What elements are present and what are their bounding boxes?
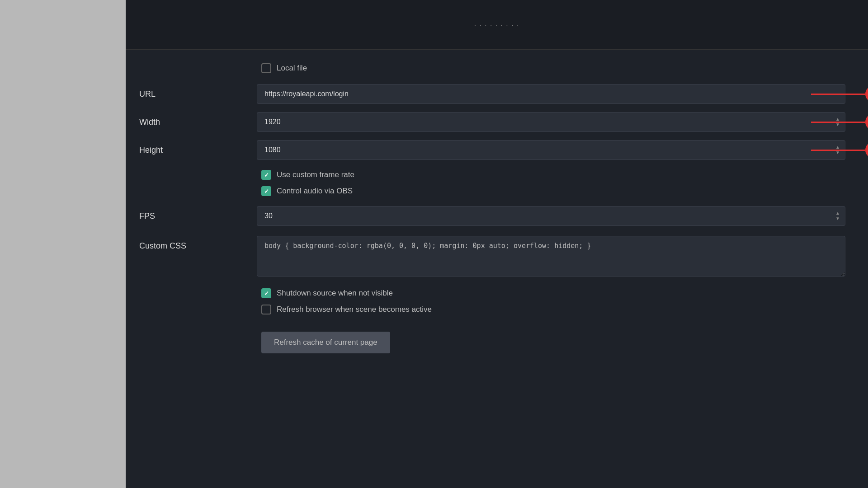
url-row: URL 1 — [139, 84, 845, 104]
annotation-line-2 — [811, 122, 865, 123]
width-input[interactable] — [257, 112, 845, 132]
fps-row: FPS ▲ ▼ — [139, 206, 845, 226]
top-bar: · · · · · · · · · — [126, 0, 868, 50]
left-panel — [0, 0, 126, 488]
checkmark-icon-3: ✓ — [264, 290, 269, 297]
local-file-label: Local file — [277, 64, 307, 73]
fps-spinner[interactable]: ▲ ▼ — [835, 211, 840, 221]
annotation-2-wrapper: 2 — [811, 114, 868, 130]
control-audio-row: ✓ Control audio via OBS — [139, 186, 845, 196]
fps-label: FPS — [139, 211, 257, 221]
annotation-badge-3: 3 — [865, 142, 868, 158]
annotation-line-3 — [811, 150, 865, 151]
url-input[interactable] — [257, 84, 845, 104]
fps-input[interactable] — [257, 206, 845, 226]
url-input-wrapper: 1 — [257, 84, 845, 104]
refresh-browser-checkbox[interactable] — [261, 305, 271, 314]
control-audio-label: Control audio via OBS — [277, 187, 353, 196]
shutdown-source-label: Shutdown source when not visible — [277, 289, 393, 298]
annotation-badge-1: 1 — [865, 86, 868, 102]
annotation-line-1 — [811, 94, 865, 95]
annotation-3-wrapper: 3 — [811, 142, 868, 158]
width-row: Width ▲ ▼ 2 — [139, 112, 845, 132]
custom-css-input-wrapper: body { background-color: rgba(0, 0, 0, 0… — [257, 236, 845, 278]
custom-css-textarea[interactable]: body { background-color: rgba(0, 0, 0, 0… — [257, 236, 845, 277]
local-file-checkbox[interactable] — [261, 63, 271, 73]
top-bar-title: · · · · · · · · · — [474, 21, 519, 28]
height-input-wrapper: ▲ ▼ 3 — [257, 140, 845, 160]
url-label: URL — [139, 89, 257, 99]
fps-down-arrow[interactable]: ▼ — [835, 216, 840, 221]
custom-framerate-checkbox[interactable]: ✓ — [261, 170, 271, 180]
local-file-row: Local file — [139, 63, 845, 73]
refresh-browser-label: Refresh browser when scene becomes activ… — [277, 305, 432, 314]
custom-framerate-row: ✓ Use custom frame rate — [139, 170, 845, 180]
height-label: Height — [139, 145, 257, 155]
shutdown-source-row: ✓ Shutdown source when not visible — [139, 288, 845, 298]
form-section: Local file URL 1 Width — [139, 63, 845, 353]
refresh-cache-button[interactable]: Refresh cache of current page — [261, 332, 390, 353]
refresh-browser-row: Refresh browser when scene becomes activ… — [139, 305, 845, 314]
width-input-wrapper: ▲ ▼ 2 — [257, 112, 845, 132]
height-row: Height ▲ ▼ 3 — [139, 140, 845, 160]
fps-input-wrapper: ▲ ▼ — [257, 206, 845, 226]
custom-css-row: Custom CSS body { background-color: rgba… — [139, 236, 845, 278]
fps-up-arrow[interactable]: ▲ — [835, 211, 840, 216]
annotation-1-wrapper: 1 — [811, 86, 868, 102]
checkmark-icon-2: ✓ — [264, 188, 269, 195]
width-label: Width — [139, 117, 257, 127]
content-area: Local file URL 1 Width — [126, 50, 868, 488]
checkmark-icon: ✓ — [264, 172, 269, 178]
control-audio-checkbox[interactable]: ✓ — [261, 186, 271, 196]
custom-framerate-label: Use custom frame rate — [277, 170, 354, 179]
refresh-btn-wrapper: Refresh cache of current page — [139, 324, 845, 353]
custom-css-label: Custom CSS — [139, 236, 257, 251]
shutdown-source-checkbox[interactable]: ✓ — [261, 288, 271, 298]
height-input[interactable] — [257, 140, 845, 160]
annotation-badge-2: 2 — [865, 114, 868, 130]
main-panel: · · · · · · · · · Local file URL 1 — [126, 0, 868, 488]
